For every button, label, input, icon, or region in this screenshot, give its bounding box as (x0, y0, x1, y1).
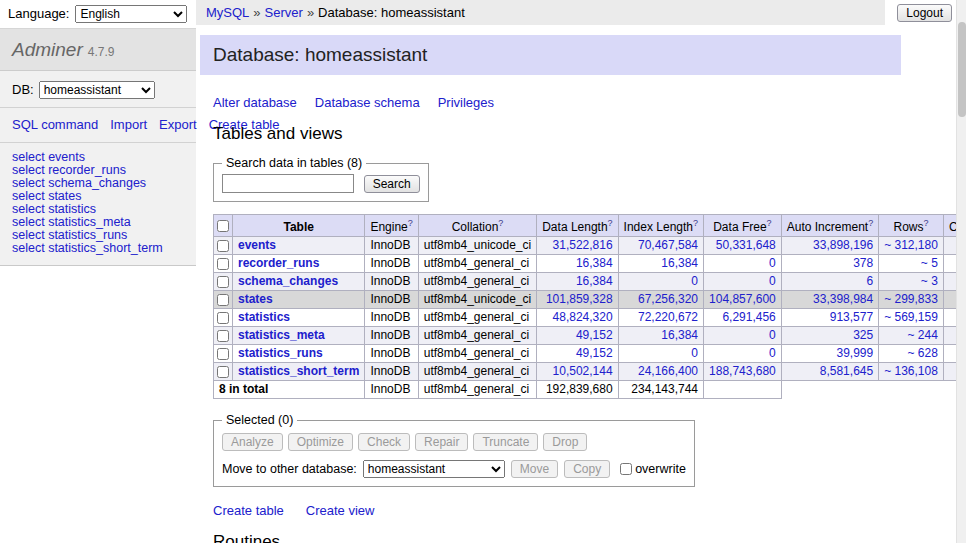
search-input[interactable] (222, 174, 354, 193)
search-button[interactable]: Search (364, 175, 420, 193)
copy-button[interactable]: Copy (564, 460, 610, 478)
data-length-link[interactable]: 49,152 (576, 328, 613, 342)
rows-count-link[interactable]: ~ 5 (921, 256, 938, 270)
row-checkbox[interactable] (217, 276, 229, 288)
table-name-link[interactable]: schema_changes (238, 274, 338, 288)
breadcrumb-server-link[interactable]: Server (265, 5, 303, 20)
repair-button[interactable]: Repair (415, 433, 468, 451)
row-checkbox[interactable] (217, 312, 229, 324)
table-name-link[interactable]: recorder_runs (238, 256, 319, 270)
auto-increment-link[interactable]: 8,581,645 (820, 364, 873, 378)
data-free-link[interactable]: 0 (769, 346, 776, 360)
data-length-link[interactable]: 16,384 (576, 274, 613, 288)
index-length-link[interactable]: 24,166,400 (638, 364, 698, 378)
index-length-link[interactable]: 72,220,672 (638, 310, 698, 324)
overwrite-checkbox[interactable] (620, 463, 632, 475)
select-all-cell (214, 215, 233, 237)
help-icon[interactable]: ? (767, 218, 772, 228)
rows-count-link[interactable]: ~ 628 (908, 346, 938, 360)
rows-count-link[interactable]: ~ 569,159 (884, 310, 938, 324)
auto-increment-link[interactable]: 325 (853, 328, 873, 342)
table-name-link[interactable]: statistics_meta (238, 328, 325, 342)
database-schema-link[interactable]: Database schema (315, 95, 420, 110)
data-free-link[interactable]: 104,857,600 (709, 292, 776, 306)
data-free-link[interactable]: 50,331,648 (716, 238, 776, 252)
row-checkbox[interactable] (217, 330, 229, 342)
db-select[interactable]: homeassistant (39, 81, 155, 99)
select-all-checkbox[interactable] (217, 220, 229, 232)
analyze-button[interactable]: Analyze (222, 433, 283, 451)
rows-count-link[interactable]: ~ 3 (921, 274, 938, 288)
help-icon[interactable]: ? (608, 218, 613, 228)
data-length-link[interactable]: 10,502,144 (553, 364, 613, 378)
help-icon[interactable]: ? (498, 218, 503, 228)
sidebar-export-link[interactable]: Export (159, 117, 197, 132)
breadcrumb-mysql-link[interactable]: MySQL (206, 5, 249, 20)
data-length-link[interactable]: 31,522,816 (553, 238, 613, 252)
table-name-link[interactable]: statistics (238, 310, 290, 324)
data-free-link[interactable]: 0 (769, 256, 776, 270)
sidebar-import-link[interactable]: Import (110, 117, 147, 132)
table-name-link[interactable]: statistics_runs (238, 346, 323, 360)
auto-increment-link[interactable]: 33,398,984 (813, 292, 873, 306)
data-length-link[interactable]: 101,859,328 (546, 292, 613, 306)
adminer-logo-link[interactable]: Adminer (12, 39, 83, 60)
data-free-link[interactable]: 6,291,456 (722, 310, 775, 324)
selected-fieldset: Selected (0) Analyze Optimize Check Repa… (213, 413, 695, 487)
data-free-link[interactable]: 0 (769, 274, 776, 288)
language-select[interactable]: English (75, 5, 187, 23)
index-length-link[interactable]: 70,467,584 (638, 238, 698, 252)
auto-increment-link[interactable]: 39,999 (836, 346, 873, 360)
index-length-link[interactable]: 0 (691, 274, 698, 288)
scrollbar-thumb[interactable] (958, 22, 966, 117)
row-checkbox[interactable] (217, 348, 229, 360)
alter-database-link[interactable]: Alter database (213, 95, 297, 110)
data-length-link[interactable]: 49,152 (576, 346, 613, 360)
breadcrumb: MySQL»Server»Database: homeassistant (196, 0, 885, 25)
table-name-link[interactable]: statistics_short_term (238, 364, 359, 378)
help-icon[interactable]: ? (693, 218, 698, 228)
index-length-link[interactable]: 67,256,320 (638, 292, 698, 306)
auto-increment-link[interactable]: 913,577 (830, 310, 873, 324)
engine-cell: InnoDB (365, 273, 418, 291)
sidebar-item-select-statistics-short-term[interactable]: select statistics_short_term (12, 242, 184, 255)
rows-count-link[interactable]: ~ 244 (908, 328, 938, 342)
optimize-button[interactable]: Optimize (288, 433, 353, 451)
row-checkbox[interactable] (217, 366, 229, 378)
rows-count-link[interactable]: ~ 136,108 (884, 364, 938, 378)
index-length-link[interactable]: 16,384 (661, 328, 698, 342)
privileges-link[interactable]: Privileges (438, 95, 494, 110)
index-length-link[interactable]: 16,384 (661, 256, 698, 270)
move-db-select[interactable]: homeassistant (363, 460, 505, 478)
row-checkbox[interactable] (217, 240, 229, 252)
table-name-link[interactable]: states (238, 292, 273, 306)
create-table-link[interactable]: Create table (213, 503, 284, 518)
table-name-link[interactable]: events (238, 238, 276, 252)
total-collation: utf8mb4_general_ci (418, 381, 536, 399)
row-checkbox[interactable] (217, 258, 229, 270)
truncate-button[interactable]: Truncate (473, 433, 538, 451)
help-icon[interactable]: ? (868, 218, 873, 228)
index-length-link[interactable]: 0 (691, 346, 698, 360)
row-checkbox[interactable] (217, 294, 229, 306)
data-length-link[interactable]: 48,824,320 (553, 310, 613, 324)
sidebar-sql-command-link[interactable]: SQL command (12, 117, 98, 132)
create-view-link[interactable]: Create view (306, 503, 375, 518)
data-free-link[interactable]: 0 (769, 328, 776, 342)
rows-count-link[interactable]: ~ 312,180 (884, 238, 938, 252)
help-icon[interactable]: ? (408, 218, 413, 228)
data-free-link[interactable]: 188,743,680 (709, 364, 776, 378)
data-length-link[interactable]: 16,384 (576, 256, 613, 270)
db-actions: Alter databaseDatabase schemaPrivileges (213, 95, 956, 110)
rows-count-link[interactable]: ~ 299,833 (884, 292, 938, 306)
scrollbar[interactable] (956, 0, 966, 543)
help-icon[interactable]: ? (924, 218, 929, 228)
table-row: schema_changes InnoDB utf8mb4_general_ci… (214, 273, 966, 291)
check-button[interactable]: Check (358, 433, 410, 451)
move-button[interactable]: Move (511, 460, 558, 478)
logout-button[interactable]: Logout (897, 4, 952, 22)
auto-increment-link[interactable]: 378 (853, 256, 873, 270)
auto-increment-link[interactable]: 33,898,196 (813, 238, 873, 252)
auto-increment-link[interactable]: 6 (866, 274, 873, 288)
drop-button[interactable]: Drop (543, 433, 587, 451)
